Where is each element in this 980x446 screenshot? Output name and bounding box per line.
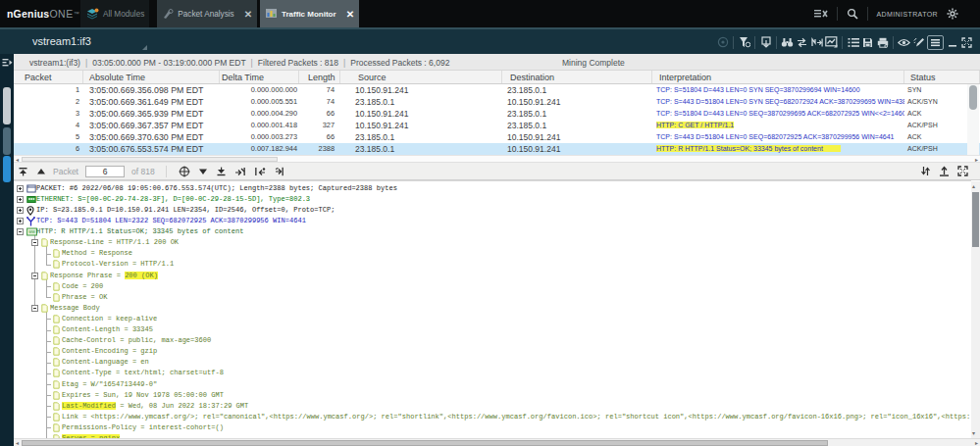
doc-icon (53, 293, 60, 302)
eye-icon[interactable] (898, 36, 910, 49)
highlight-marker: 200 (OK) (125, 272, 158, 279)
tab-all-modules[interactable]: All Modules (80, 0, 149, 27)
packet-table: PacketAbsolute TimeDelta TimeLengthSourc… (14, 71, 980, 163)
collapse-icon[interactable] (17, 228, 24, 235)
collapse-icon[interactable] (31, 273, 38, 279)
sync-icon[interactable] (796, 36, 808, 49)
search-icon[interactable] (847, 8, 858, 20)
chart-icon[interactable] (825, 36, 838, 49)
record-icon[interactable] (716, 36, 729, 49)
scroll-up-icon[interactable]: ▴ (972, 182, 975, 189)
collapse-icon[interactable] (31, 239, 38, 246)
column-header-interpretation[interactable]: Interpretation (652, 71, 904, 83)
column-header-destination[interactable]: Destination (502, 71, 652, 83)
scroll-left-icon[interactable]: ◂ (16, 439, 19, 446)
list-icon[interactable] (847, 36, 859, 49)
filter-icon[interactable] (738, 36, 750, 49)
packet-number-input[interactable] (85, 166, 125, 177)
sidebar-scroll-segment[interactable] (3, 156, 11, 182)
column-header-length[interactable]: Length (299, 71, 340, 83)
logo-brand: nGenius (7, 8, 49, 20)
cell-interpretation: TCP: S=51804 D=443 LEN=0 SYN SEQ=3870299… (652, 84, 904, 96)
gear-icon[interactable] (947, 8, 958, 20)
go-last-packet-icon[interactable] (216, 167, 227, 176)
table-vertical-scrollbar[interactable] (967, 84, 979, 155)
traffic-monitor-window: nGeniusONE™ All Modules Packet Analysis … (0, 0, 980, 446)
scroll-right-icon[interactable]: ▸ (975, 439, 978, 446)
sidebar-scroll-segment[interactable] (3, 127, 11, 155)
tree-node-text: Expires = Sun, 19 Nov 1978 05:00:00 GMT (62, 390, 224, 401)
capture-info-text: vstream1:(if3)|03:05:00.000 PM - 03:19:0… (29, 58, 449, 68)
cell-length: 74 (299, 84, 340, 96)
packet-row-1[interactable]: 13:05:00.669.356.098 PM EDT0.000.000.000… (14, 84, 980, 96)
save-icon[interactable] (861, 36, 874, 49)
doc-icon (53, 380, 60, 389)
cell-delta: 0.000.001.418 (220, 120, 299, 131)
ethernet-icon (26, 195, 36, 204)
tab-packet-analysis[interactable]: Packet Analysis ✕ (157, 0, 257, 27)
scroll-down-icon[interactable]: ▾ (972, 429, 975, 436)
print-icon[interactable] (876, 36, 889, 49)
all-modules-icon (85, 8, 99, 21)
expand-icon[interactable] (17, 185, 24, 192)
packet-row-4[interactable]: 43:05:00.669.367.357 PM EDT0.000.001.418… (14, 120, 980, 131)
import-icon[interactable] (759, 36, 772, 49)
tree-node-text: Response-Line = HTTP/1.1 200 OK (50, 237, 179, 248)
packet-row-5[interactable]: 53:05:00.669.370.630 PM EDT0.000.003.273… (14, 131, 980, 143)
tree-node-text: TCP: S=443 D=51804 LEN=2322 SEQ=68207292… (36, 216, 306, 226)
cell-packet: 2 (14, 96, 83, 108)
column-header-packet[interactable]: Packet (14, 71, 83, 83)
column-header-abs_time[interactable]: Absolute Time (83, 71, 220, 83)
column-header-source[interactable]: Source (340, 71, 502, 83)
jump-bookmark-icon[interactable] (274, 167, 285, 176)
expand-icon[interactable] (17, 207, 24, 214)
jump-prev-marked-icon[interactable] (254, 167, 266, 176)
collapse-icon[interactable] (31, 305, 38, 312)
cell-interpretation: TCP: S=51804 D=443 LEN=0 SEQ=3870299695 … (652, 108, 904, 120)
bottom-horizontal-scrollbar[interactable]: ◂ ▸ (14, 438, 980, 446)
cell-destination: 23.185.0.1 (502, 84, 652, 96)
tree-vertical-scrollbar[interactable]: ▴ ▾ (971, 181, 980, 438)
binoculars-icon[interactable] (781, 36, 794, 49)
tab-label: All Modules (103, 10, 144, 19)
title-dropdown-caret[interactable] (142, 45, 147, 50)
info-segment: vstream1:(if3) (29, 58, 80, 68)
tab-traffic-monitor[interactable]: Traffic Monitor ✕ (260, 0, 359, 27)
cell-packet: 4 (14, 120, 83, 131)
jump-next-marked-icon[interactable] (234, 167, 246, 176)
doc-icon (41, 272, 48, 280)
scroll-right-icon[interactable]: ▸ (975, 156, 978, 163)
table-horizontal-scrollbar[interactable]: ◂ ▸ (14, 155, 980, 163)
packet-row-2[interactable]: 23:05:00.669.361.649 PM EDT0.000.005.551… (14, 96, 980, 108)
export-icon[interactable] (939, 166, 950, 176)
expand-icon[interactable] (17, 218, 24, 224)
close-tab-icon[interactable]: ✕ (346, 9, 354, 20)
packet-row-3[interactable]: 33:05:00.669.365.939 PM EDT0.000.004.290… (14, 108, 980, 120)
column-header-status[interactable]: Status (904, 71, 980, 83)
administrator-menu[interactable]: ADMINISTRATOR (877, 11, 939, 18)
cell-abs_time: 3:05:00.669.365.939 PM EDT (83, 108, 220, 120)
next-packet-icon[interactable] (198, 168, 208, 175)
minimize-icon[interactable] (946, 36, 958, 49)
locate-packet-icon[interactable] (179, 166, 190, 177)
scroll-left-icon[interactable]: ◂ (16, 156, 19, 163)
expand-icon[interactable] (17, 196, 24, 203)
sidebar-scroll-segment[interactable] (3, 87, 11, 124)
go-first-packet-icon[interactable] (18, 167, 28, 176)
expand-pane-icon[interactable] (957, 166, 968, 176)
step-icon[interactable] (810, 36, 823, 49)
edit-icon[interactable] (912, 36, 925, 49)
sidebar-expand-icon[interactable] (2, 58, 13, 68)
separator: | (343, 58, 345, 68)
cell-length: 327 (299, 120, 340, 131)
previous-packet-icon[interactable] (36, 168, 46, 175)
close-tab-icon[interactable]: ✕ (244, 9, 252, 20)
left-sidebar (0, 54, 14, 446)
menu-icon[interactable] (927, 35, 944, 50)
cell-delta: 0.000.003.273 (220, 131, 299, 143)
expand-icon[interactable] (960, 36, 973, 49)
close-all-icon[interactable] (814, 9, 828, 19)
packet-row-6[interactable]: 63:05:00.676.553.574 PM EDT0.007.182.944… (14, 143, 980, 155)
column-header-delta[interactable]: Delta Time (220, 71, 299, 83)
swap-panes-icon[interactable] (920, 166, 931, 176)
